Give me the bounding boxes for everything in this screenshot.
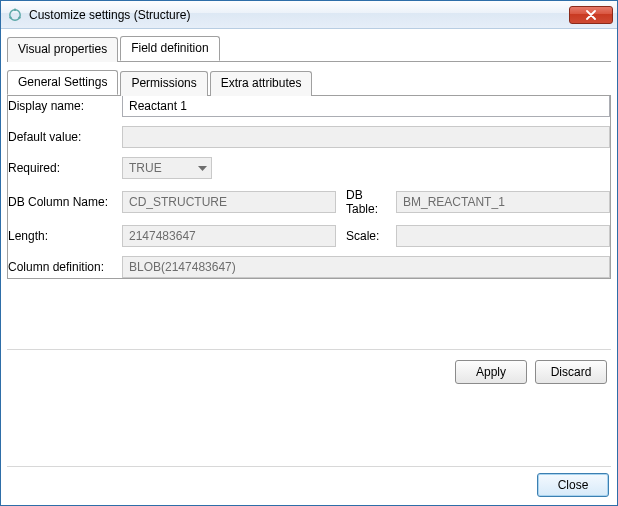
outer-tab-panel: General Settings Permissions Extra attri… [7, 61, 611, 388]
tab-label: Extra attributes [221, 76, 302, 90]
tab-label: Visual properties [18, 42, 107, 56]
label-display-name: Display name: [8, 99, 122, 113]
tab-label: General Settings [18, 75, 107, 89]
column-def-input [122, 256, 610, 278]
label-required: Required: [8, 161, 122, 175]
window-close-button[interactable] [569, 6, 613, 24]
title-bar: Customize settings (Structure) [1, 1, 617, 29]
row-length-scale: Length: Scale: [8, 225, 610, 247]
default-value-input [122, 126, 610, 148]
apply-button[interactable]: Apply [455, 360, 527, 384]
svg-point-0 [10, 9, 20, 19]
row-required: Required: TRUE [8, 157, 610, 179]
required-select-value: TRUE [129, 161, 162, 175]
label-scale: Scale: [336, 229, 396, 243]
length-input [122, 225, 336, 247]
tab-field-definition[interactable]: Field definition [120, 36, 219, 61]
row-default-value: Default value: [8, 126, 610, 148]
svg-point-3 [9, 16, 11, 18]
svg-point-2 [18, 16, 20, 18]
display-name-input[interactable] [122, 95, 610, 117]
outer-tab-bar: Visual properties Field definition [7, 36, 611, 62]
tab-label: Permissions [131, 76, 196, 90]
form-button-row: Apply Discard [7, 349, 611, 388]
row-db-column: DB Column Name: DB Table: [8, 188, 610, 216]
scale-input [396, 225, 610, 247]
tab-label: Field definition [131, 41, 208, 55]
row-column-def: Column definition: [8, 256, 610, 278]
label-default-value: Default value: [8, 130, 122, 144]
label-length: Length: [8, 229, 122, 243]
close-icon [586, 10, 596, 20]
label-db-table: DB Table: [336, 188, 396, 216]
tab-general-settings[interactable]: General Settings [7, 70, 118, 95]
label-db-column-name: DB Column Name: [8, 195, 122, 209]
required-select: TRUE [122, 157, 212, 179]
tab-extra-attributes[interactable]: Extra attributes [210, 71, 313, 96]
db-table-input [396, 191, 610, 213]
window-title: Customize settings (Structure) [29, 8, 190, 22]
close-button[interactable]: Close [537, 473, 609, 497]
dialog-body: Visual properties Field definition Gener… [1, 29, 617, 505]
dialog-bottom-bar: Close [7, 466, 611, 499]
label-column-def: Column definition: [8, 260, 122, 274]
chevron-down-icon [198, 161, 207, 175]
db-column-name-input [122, 191, 336, 213]
dialog-window: Customize settings (Structure) Visual pr… [0, 0, 618, 506]
inner-tab-bar: General Settings Permissions Extra attri… [7, 70, 611, 96]
tab-permissions[interactable]: Permissions [120, 71, 207, 96]
row-display-name: Display name: [8, 95, 610, 117]
general-settings-panel: Display name: Default value: Required: T… [7, 95, 611, 279]
discard-button[interactable]: Discard [535, 360, 607, 384]
tab-visual-properties[interactable]: Visual properties [7, 37, 118, 62]
svg-point-1 [14, 8, 16, 10]
app-icon [7, 7, 23, 23]
